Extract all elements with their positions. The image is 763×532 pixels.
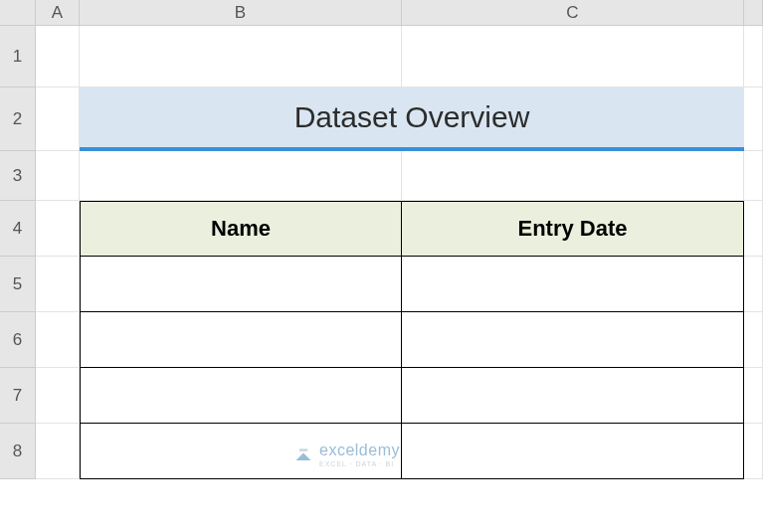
cell-B1[interactable] xyxy=(80,26,402,88)
cell-D7[interactable] xyxy=(744,368,763,424)
table-header-name[interactable]: Name xyxy=(80,201,402,257)
row-header-3[interactable]: 3 xyxy=(0,151,36,201)
watermark-main: exceldemy xyxy=(319,443,400,458)
cell-name-3[interactable] xyxy=(80,368,402,424)
cell-date-4[interactable] xyxy=(402,424,744,479)
cell-name-1[interactable] xyxy=(80,257,402,312)
cell-A5[interactable] xyxy=(36,257,80,312)
row-header-7[interactable]: 7 xyxy=(0,368,36,424)
cell-date-1[interactable] xyxy=(402,257,744,312)
cell-date-3[interactable] xyxy=(402,368,744,424)
row-header-4[interactable]: 4 xyxy=(0,201,36,257)
cell-D6[interactable] xyxy=(744,312,763,368)
cell-D2[interactable] xyxy=(744,88,763,151)
cell-A6[interactable] xyxy=(36,312,80,368)
dataset-title: Dataset Overview xyxy=(80,88,744,151)
cell-A3[interactable] xyxy=(36,151,80,201)
cell-A7[interactable] xyxy=(36,368,80,424)
cell-B3[interactable] xyxy=(80,151,402,201)
row-header-1[interactable]: 1 xyxy=(0,26,36,88)
col-header-B[interactable]: B xyxy=(80,0,402,26)
svg-rect-0 xyxy=(299,448,307,451)
cell-C1[interactable] xyxy=(402,26,744,88)
cell-D3[interactable] xyxy=(744,151,763,201)
row-header-5[interactable]: 5 xyxy=(0,257,36,312)
cell-D8[interactable] xyxy=(744,424,763,479)
cell-C3[interactable] xyxy=(402,151,744,201)
row-header-8[interactable]: 8 xyxy=(0,424,36,479)
col-header-D[interactable] xyxy=(744,0,763,26)
cell-A8[interactable] xyxy=(36,424,80,479)
cell-D4[interactable] xyxy=(744,201,763,257)
row-header-6[interactable]: 6 xyxy=(0,312,36,368)
cell-date-2[interactable] xyxy=(402,312,744,368)
watermark: exceldemy EXCEL · DATA · BI xyxy=(293,443,400,467)
row-header-2[interactable]: 2 xyxy=(0,88,36,151)
cell-A2[interactable] xyxy=(36,88,80,151)
cell-name-2[interactable] xyxy=(80,312,402,368)
watermark-sub: EXCEL · DATA · BI xyxy=(319,460,400,467)
cell-D1[interactable] xyxy=(744,26,763,88)
cell-D5[interactable] xyxy=(744,257,763,312)
title-cell[interactable]: Dataset Overview xyxy=(80,88,744,151)
logo-icon xyxy=(293,445,313,465)
col-header-A[interactable]: A xyxy=(36,0,80,26)
table-header-date[interactable]: Entry Date xyxy=(402,201,744,257)
col-header-C[interactable]: C xyxy=(402,0,744,26)
select-all-corner[interactable] xyxy=(0,0,36,26)
cell-A1[interactable] xyxy=(36,26,80,88)
cell-A4[interactable] xyxy=(36,201,80,257)
